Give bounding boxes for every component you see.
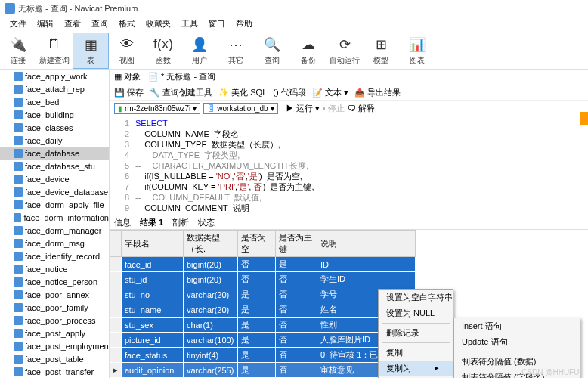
cell[interactable]: bigint(20)	[184, 272, 238, 287]
context-menu-1[interactable]: 设置为空白字符串设置为 NULL删除记录复制复制为粘贴显示	[378, 289, 453, 378]
run-button[interactable]: ▶ 运行 ▾	[286, 103, 320, 114]
tree-item-face_post_table[interactable]: face_post_table	[0, 352, 109, 365]
mi-复制为[interactable]: 复制为	[379, 361, 453, 376]
menu-窗口[interactable]: 窗口	[203, 17, 231, 32]
rtab-剖析[interactable]: 剖析	[172, 217, 189, 228]
cell[interactable]: stu_id	[122, 272, 184, 287]
table-tree[interactable]: face_apply_workface_attach_repface_bedfa…	[0, 70, 110, 378]
cell[interactable]: 否	[276, 272, 317, 287]
mi-设置为 NULL[interactable]: 设置为 NULL	[379, 305, 453, 321]
tree-item-face_post_apply[interactable]: face_post_apply	[0, 327, 109, 339]
cell[interactable]: varchar(100)	[184, 333, 238, 348]
cell[interactable]: tinyint(4)	[184, 348, 238, 363]
tree-item-face_daily[interactable]: face_daily	[0, 134, 109, 147]
tree-item-face_dorm_msg[interactable]: face_dorm_msg	[0, 237, 109, 249]
menu-收藏夹[interactable]: 收藏夹	[141, 17, 176, 32]
mi-Update 语句[interactable]: Update 语句	[454, 334, 580, 350]
result-tabs[interactable]: 信息结果 1剖析状态	[110, 215, 588, 230]
menu-工具[interactable]: 工具	[176, 17, 203, 32]
stop-button[interactable]: ▪ 停止	[323, 103, 345, 114]
cell[interactable]: varchar(20)	[184, 287, 238, 302]
cell[interactable]: 否	[276, 287, 317, 302]
tree-item-face_dorm_information[interactable]: face_dorm_information	[0, 211, 109, 224]
tree-item-face_notice_person[interactable]: face_notice_person	[0, 275, 109, 288]
mi-删除记录[interactable]: 删除记录	[379, 325, 453, 341]
cell[interactable]: stu_sex	[122, 318, 184, 333]
col-0[interactable]: 字段名	[122, 231, 184, 257]
menu-文件[interactable]: 文件	[5, 17, 32, 32]
tree-item-face_database[interactable]: face_database	[0, 147, 109, 160]
cell[interactable]: stu_no	[122, 287, 184, 302]
cell[interactable]: 否	[276, 348, 317, 363]
tree-item-face_notice[interactable]: face_notice	[0, 262, 109, 275]
cell[interactable]: 是	[238, 302, 276, 318]
query-builder-button[interactable]: 🔧 查询创建工具	[150, 87, 212, 98]
cell[interactable]: 否	[276, 302, 317, 318]
cell[interactable]: 是	[276, 257, 317, 272]
tree-item-face_identify_record[interactable]: face_identify_record	[0, 249, 109, 262]
cell[interactable]: 是	[238, 363, 276, 378]
tree-item-face_poor_family[interactable]: face_poor_family	[0, 301, 109, 314]
cell[interactable]: 是	[238, 333, 276, 348]
server-select[interactable]: ▮rm-2zetn83n05wz7i ▾	[114, 103, 200, 114]
menu-编辑[interactable]: 编辑	[32, 17, 59, 32]
tool-自动运行[interactable]: ⟳自动运行	[326, 33, 363, 69]
cell[interactable]: bigint(20)	[184, 257, 238, 272]
tree-item-face_device_database[interactable]: face_device_database	[0, 185, 109, 198]
cell[interactable]: char(1)	[184, 318, 238, 333]
text-button[interactable]: 📝 文本 ▾	[312, 87, 348, 98]
tree-item-face_poor_annex[interactable]: face_poor_annex	[0, 288, 109, 301]
code-snippet-button[interactable]: () 代码段	[273, 87, 305, 98]
beautify-sql-button[interactable]: ✨ 美化 SQL	[218, 87, 267, 98]
cell[interactable]: ID	[317, 257, 416, 272]
tree-item-face_attach_rep[interactable]: face_attach_rep	[0, 82, 109, 95]
mi-制表符分隔值 (数据)[interactable]: 制表符分隔值 (数据)	[454, 354, 580, 370]
cell[interactable]: face_status	[122, 348, 184, 363]
db-select[interactable]: 🗄workstation_db ▾	[203, 103, 277, 114]
cell[interactable]: 是	[238, 318, 276, 333]
cell[interactable]: 否	[276, 333, 317, 348]
tool-图表[interactable]: 📊图表	[399, 33, 435, 69]
menu-帮助[interactable]: 帮助	[231, 17, 258, 32]
mi-Insert 语句[interactable]: Insert 语句	[454, 318, 580, 334]
cell[interactable]: face_id	[122, 257, 184, 272]
tool-新建查询[interactable]: 🗒新建查询	[36, 33, 73, 69]
menu-查看[interactable]: 查看	[59, 17, 86, 32]
col-2[interactable]: 是否为空	[238, 231, 276, 257]
tool-备份[interactable]: ☁备份	[290, 33, 326, 69]
cell[interactable]: 否	[276, 318, 317, 333]
save-button[interactable]: 💾 保存	[114, 87, 144, 98]
cell[interactable]: 否	[238, 257, 276, 272]
rtab-状态[interactable]: 状态	[198, 217, 215, 228]
tree-item-face_device[interactable]: face_device	[0, 172, 109, 185]
cell[interactable]: 学生ID	[317, 272, 416, 287]
tree-item-face_apply_work[interactable]: face_apply_work	[0, 70, 109, 82]
tree-item-face_post_transfer[interactable]: face_post_transfer	[0, 365, 109, 378]
tool-连接[interactable]: 🔌连接	[0, 33, 36, 69]
tree-item-face_dorm_apply_file[interactable]: face_dorm_apply_file	[0, 198, 109, 211]
cell[interactable]: 是	[238, 287, 276, 302]
export-button[interactable]: 📤 导出结果	[354, 87, 401, 98]
tool-查询[interactable]: 🔍查询	[254, 33, 290, 69]
editor-tabs[interactable]: ▦ 对象 📄 * 无标题 - 查询	[110, 70, 588, 85]
col-1[interactable]: 数据类型（长.	[184, 231, 238, 257]
tool-模型[interactable]: ⊞模型	[363, 33, 399, 69]
tab-objects[interactable]: ▦ 对象	[114, 71, 141, 82]
mi-设置为空白字符串[interactable]: 设置为空白字符串	[379, 290, 453, 305]
cell[interactable]: 否	[238, 272, 276, 287]
tree-item-face_database_stu[interactable]: face_database_stu	[0, 160, 109, 172]
col-4[interactable]: 说明	[317, 231, 416, 257]
tab-query[interactable]: 📄 * 无标题 - 查询	[148, 71, 215, 82]
explain-button[interactable]: 🗨 解释	[348, 103, 375, 114]
cell[interactable]: picture_id	[122, 333, 184, 348]
tree-item-face_poor_process[interactable]: face_poor_process	[0, 314, 109, 327]
cell[interactable]: 是	[238, 348, 276, 363]
menu-格式[interactable]: 格式	[113, 17, 141, 32]
menu-查询[interactable]: 查询	[86, 17, 113, 32]
tool-其它[interactable]: ⋯其它	[218, 33, 254, 69]
cell[interactable]: stu_name	[122, 302, 184, 318]
cell[interactable]: audit_opinion	[122, 363, 184, 378]
tool-函数[interactable]: f(x)函数	[145, 33, 181, 69]
sql-editor[interactable]: 1SELECT2 COLUMN_NAME 字段名,3 COLUMN_TYPE 数…	[110, 116, 588, 215]
menu-bar[interactable]: 文件编辑查看查询格式收藏夹工具窗口帮助	[0, 17, 588, 32]
